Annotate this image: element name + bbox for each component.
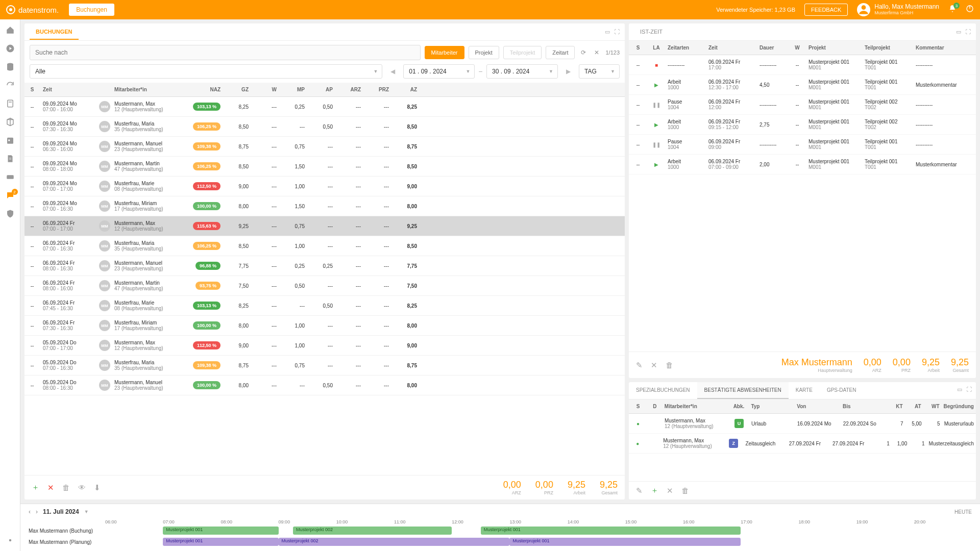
absence-row[interactable]: ● Mustermann, Max12 (Hauptverwaltung) Z … [629, 434, 976, 454]
cube-icon[interactable] [6, 117, 15, 127]
delete-icon[interactable]: ✕ [651, 361, 657, 370]
timeline-panel: ‹ › 11. Juli 2024 ▼ HEUTE 06:0007:0008:0… [20, 504, 980, 551]
subtab-spezial[interactable]: SPEZIALBUCHUNGEN [629, 382, 697, 399]
download-icon[interactable]: ⬇ [94, 483, 101, 492]
table-row[interactable]: -- 09.09.2024 Mo06:30 - 16:00 MM Musterm… [24, 137, 625, 157]
user-menu[interactable]: Hallo, Max Mustermann Musterfirma GmbH [857, 3, 939, 16]
time-entry-row[interactable]: --▶ Arbeit1000 06.09.2024 Fr09:15 - 12:0… [629, 115, 976, 135]
add-button[interactable]: ＋ [651, 486, 658, 495]
trash-icon[interactable]: 🗑 [666, 361, 673, 369]
selected-employee-org: Hauptverwaltung [781, 368, 852, 373]
edit-icon[interactable]: ✎ [636, 486, 643, 495]
expand-icon[interactable]: ⛶ [966, 386, 972, 395]
eye-icon[interactable]: 👁 [78, 483, 86, 492]
table-row[interactable]: -- 06.09.2024 Fr07:00 - 16:30 MM Musterf… [24, 236, 625, 256]
minimize-icon[interactable]: ▭ [605, 29, 610, 35]
table-row[interactable]: -- 09.09.2024 Mo07:00 - 17:00 MM Musterf… [24, 177, 625, 196]
panel-tab-buchungen[interactable]: BUCHUNGEN [30, 24, 79, 40]
brand-logo: datenstrom. [6, 5, 59, 14]
timeline-bar[interactable]: Musterprojekt 001 [481, 527, 741, 535]
absence-row[interactable]: ● Mustermann, Max12 (Hauptverwaltung) U … [629, 414, 976, 434]
panel-tab-istzeit[interactable]: IST-ZEIT [634, 24, 669, 40]
clear-icon[interactable]: ✕ [592, 47, 601, 58]
delete-button[interactable]: ✕ [47, 483, 54, 492]
table-row[interactable]: -- 06.09.2024 Fr07:45 - 16:30 MM Musterf… [24, 296, 625, 316]
table-row[interactable]: -- 06.09.2024 Fr07:00 - 17:00 MM Musterm… [24, 216, 625, 236]
timeline-bar[interactable]: Musterprojekt 002 [293, 527, 452, 535]
date-prev[interactable]: ◀ [386, 66, 399, 77]
time-entry-row[interactable]: --❚❚ Pause1004 06.09.2024 Fr12:00 ------… [629, 95, 976, 115]
timeline-row-label: Max Mustermann (Planung) [29, 539, 105, 545]
subtab-gps[interactable]: GPS-DATEN [820, 382, 864, 399]
time-entry-row[interactable]: --■ ---------- 06.09.2024 Fr17:00 ------… [629, 55, 976, 75]
date-to-select[interactable]: 30 . 09 . 2024▼ [486, 64, 558, 79]
edit-icon[interactable]: ✎ [636, 361, 643, 370]
table-row[interactable]: -- 05.09.2024 Do08:00 - 16:30 MM Musterm… [24, 375, 625, 395]
trash-icon[interactable]: 🗑 [681, 486, 689, 495]
expand-icon[interactable]: ⛶ [614, 29, 620, 35]
document-icon[interactable] [6, 154, 15, 163]
timeline-today-button[interactable]: HEUTE [954, 509, 972, 515]
bookings-panel: BUCHUNGEN ▭ ⛶ Mitarbeiter Projekt Teilpr… [24, 23, 625, 499]
timeline-bar[interactable]: Musterprojekt 002 [279, 538, 510, 546]
minimize-icon[interactable]: ▭ [957, 386, 962, 395]
date-from-select[interactable]: 01 . 09 . 2024▼ [403, 64, 475, 79]
subtab-abwesenheiten[interactable]: BESTÄTIGTE ABWESENHEITEN [697, 382, 789, 399]
expand-icon[interactable]: ⛶ [965, 29, 971, 35]
chat-icon[interactable]: 2 [6, 191, 15, 200]
sidebar: 2 [0, 19, 20, 551]
shield-icon[interactable] [6, 209, 15, 218]
search-input[interactable] [30, 45, 421, 60]
play-icon[interactable] [6, 44, 15, 53]
calendar-icon[interactable] [6, 136, 15, 145]
time-entry-row[interactable]: --▶ Arbeit1000 06.09.2024 Fr07:00 - 09:0… [629, 155, 976, 174]
svg-rect-11 [7, 175, 14, 179]
bookings-footer: ＋ ✕ 🗑 👁 ⬇ 0,00ARZ0,00PRZ9,25Arbeit9,25Ge… [24, 475, 625, 499]
filter-teilprojekt[interactable]: Teilprojekt [503, 46, 542, 59]
timeline-bar[interactable]: Musterprojekt 001 [509, 538, 741, 546]
table-row[interactable]: -- 06.09.2024 Fr08:00 - 16:30 MM Musterm… [24, 256, 625, 276]
filter-zeitart[interactable]: Zeitart [546, 46, 575, 59]
home-icon[interactable] [6, 26, 15, 35]
table-row[interactable]: -- 09.09.2024 Mo07:30 - 16:30 MM Musterf… [24, 117, 625, 137]
granularity-select[interactable]: TAG▼ [579, 64, 620, 79]
database-icon[interactable] [6, 62, 15, 71]
table-row[interactable]: -- 06.09.2024 Fr07:30 - 16:30 MM Musterf… [24, 316, 625, 336]
nav-tab-buchungen[interactable]: Buchungen [69, 4, 114, 16]
ticket-icon[interactable] [6, 172, 15, 182]
trash-icon[interactable]: 🗑 [62, 483, 70, 492]
timeline-next[interactable]: › [36, 508, 38, 515]
logout-button[interactable] [966, 5, 974, 15]
table-row[interactable]: -- 05.09.2024 Do07:00 - 16:30 MM Musterf… [24, 356, 625, 375]
date-next[interactable]: ▶ [562, 66, 575, 77]
table-row[interactable]: -- 06.09.2024 Fr08:00 - 16:00 MM Musterm… [24, 276, 625, 296]
timeline-bar[interactable]: Musterprojekt 001 [163, 538, 278, 546]
bookings-header: S Zeit Mitarbeiter*in NAZ GZ W MP AP ARZ… [24, 83, 625, 97]
delete-icon[interactable]: ✕ [667, 486, 673, 495]
timeline-bar[interactable]: Musterprojekt 001 [163, 527, 278, 535]
table-row[interactable]: -- 09.09.2024 Mo07:00 - 16:30 MM Musterf… [24, 196, 625, 216]
absences-panel: SPEZIALBUCHUNGEN BESTÄTIGTE ABWESENHEITE… [629, 382, 976, 499]
svg-rect-5 [7, 100, 13, 107]
filter-select-all[interactable]: Alle▼ [30, 64, 382, 79]
subtab-karte[interactable]: KARTE [789, 382, 820, 399]
table-row[interactable]: -- 05.09.2024 Do07:00 - 17:00 MM Musterm… [24, 336, 625, 356]
table-row[interactable]: -- 09.09.2024 Mo08:00 - 18:00 MM Musterm… [24, 157, 625, 177]
settings-icon[interactable] [6, 536, 15, 545]
calculator-icon[interactable] [6, 99, 15, 108]
timeline-date[interactable]: 11. Juli 2024 [43, 508, 79, 515]
time-entry-row[interactable]: --▶ Arbeit1000 06.09.2024 Fr12:30 - 17:0… [629, 75, 976, 95]
reload-icon[interactable]: ⟳ [579, 47, 588, 58]
refresh-icon[interactable] [6, 81, 15, 90]
minimize-icon[interactable]: ▭ [956, 29, 961, 35]
table-row[interactable]: -- 09.09.2024 Mo07:00 - 16:00 MM Musterm… [24, 97, 625, 117]
feedback-button[interactable]: FEEDBACK [804, 4, 848, 16]
filter-projekt[interactable]: Projekt [469, 46, 499, 59]
timeline-prev[interactable]: ‹ [29, 508, 31, 515]
time-entry-row[interactable]: --❚❚ Pause1004 06.09.2024 Fr09:00 ------… [629, 135, 976, 155]
storage-indicator: Verwendeter Speicher: 1,23 GB [716, 7, 795, 13]
filter-mitarbeiter[interactable]: Mitarbeiter [425, 46, 464, 59]
add-button[interactable]: ＋ [32, 483, 39, 492]
selected-employee-name: Max Mustermann [781, 357, 852, 368]
notifications-button[interactable]: 3 [948, 5, 957, 15]
